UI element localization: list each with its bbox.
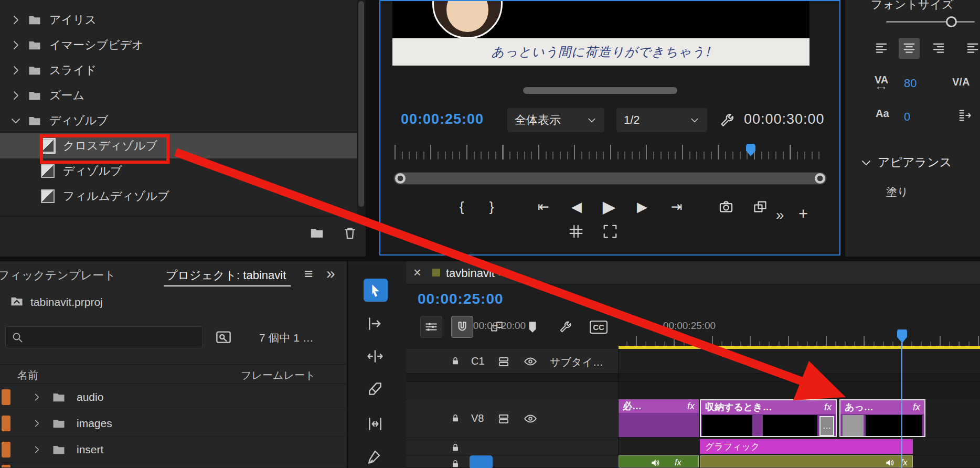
timeline-display-settings-button[interactable] bbox=[420, 316, 442, 338]
lock-icon[interactable] bbox=[450, 442, 461, 453]
lock-icon[interactable] bbox=[450, 459, 461, 468]
captions-button[interactable]: CC bbox=[588, 316, 610, 338]
selection-tool-active[interactable] bbox=[364, 279, 388, 302]
track-header-v8[interactable]: V8 bbox=[406, 399, 619, 438]
step-forward-button[interactable]: ▶ bbox=[631, 196, 654, 217]
panel-menu-icon[interactable]: ≡ bbox=[304, 265, 313, 282]
label-color-chip[interactable] bbox=[2, 416, 10, 431]
effects-folder-video-transitions[interactable]: ビデオトランジション bbox=[0, 0, 357, 7]
leading-value[interactable]: 0 bbox=[904, 110, 910, 124]
zoom-handle-right[interactable] bbox=[815, 173, 825, 184]
track-name[interactable]: サブタイ… bbox=[550, 355, 603, 369]
chevron-down-icon[interactable] bbox=[860, 156, 872, 169]
step-back-button[interactable]: ◀ bbox=[565, 196, 588, 217]
chevron-right-icon[interactable] bbox=[31, 392, 42, 402]
graphics-clip-3[interactable]: あっ… fx bbox=[839, 399, 925, 437]
razor-tool[interactable] bbox=[367, 380, 384, 397]
effects-folder-zoom[interactable]: ズーム bbox=[0, 83, 357, 108]
comparison-view-button[interactable] bbox=[749, 196, 772, 217]
add-button[interactable]: + bbox=[798, 205, 808, 224]
zoom-handle-left[interactable] bbox=[395, 173, 406, 184]
ripple-edit-tool[interactable] bbox=[367, 348, 384, 365]
navigate-up-folder-icon[interactable] bbox=[9, 294, 24, 309]
align-justify-button[interactable] bbox=[962, 38, 980, 59]
timeline-ruler[interactable] bbox=[619, 336, 980, 346]
effect-film-dissolve[interactable]: フィルムディゾルブ bbox=[0, 184, 357, 209]
monitor-scroll-pill[interactable] bbox=[523, 87, 677, 94]
track-header[interactable] bbox=[406, 374, 619, 382]
track-select-forward-tool[interactable] bbox=[367, 315, 384, 332]
close-icon[interactable]: × bbox=[413, 265, 421, 280]
panel-menu-icon[interactable]: ≡ bbox=[498, 265, 506, 280]
lock-icon[interactable] bbox=[450, 356, 461, 366]
track-lane-c1[interactable] bbox=[619, 349, 980, 374]
align-left-button[interactable] bbox=[871, 38, 892, 59]
track-header-c1[interactable]: C1 サブタイ… bbox=[406, 349, 619, 374]
chevron-right-icon[interactable] bbox=[31, 418, 42, 429]
breadcrumb[interactable]: tabinavit.prproj bbox=[30, 296, 103, 309]
track-header-v7[interactable] bbox=[406, 438, 619, 455]
bin-row-insert[interactable]: insert bbox=[0, 437, 347, 463]
search-input[interactable] bbox=[5, 326, 203, 348]
safe-margins-icon[interactable] bbox=[602, 224, 618, 239]
timeline-settings-wrench-button[interactable] bbox=[555, 316, 577, 338]
tab-project-active[interactable]: プロジェクト: tabinavit bbox=[166, 268, 286, 283]
font-size-slider[interactable] bbox=[886, 21, 975, 23]
label-color-chip[interactable] bbox=[2, 442, 10, 458]
eye-icon[interactable] bbox=[524, 355, 537, 368]
monitor-overflow-button[interactable]: » bbox=[776, 207, 784, 224]
track-label[interactable]: C1 bbox=[471, 355, 485, 367]
mark-in-button[interactable]: { bbox=[450, 196, 473, 217]
track-lane[interactable] bbox=[619, 382, 980, 399]
graphics-clip-2[interactable]: 収納するとき… fx … bbox=[700, 399, 837, 437]
track-label[interactable]: V8 bbox=[471, 412, 484, 424]
effect-dissolve[interactable]: ディゾルブ bbox=[0, 158, 357, 184]
bin-row-partial[interactable] bbox=[0, 463, 347, 468]
effect-cross-dissolve[interactable]: クロスディゾルブ bbox=[0, 133, 357, 158]
graphics-clip-1[interactable]: 必… fx bbox=[619, 399, 699, 437]
graphics-bar-clip[interactable]: グラフィック bbox=[700, 439, 913, 454]
tab-overflow-icon[interactable]: » bbox=[326, 264, 335, 282]
play-button[interactable]: ▶ bbox=[598, 196, 621, 217]
lock-icon[interactable] bbox=[450, 413, 461, 423]
current-timecode[interactable]: 00:00:25:00 bbox=[401, 111, 484, 127]
eye-icon[interactable] bbox=[524, 412, 537, 426]
effects-scrollbar[interactable] bbox=[357, 0, 366, 216]
transparency-grid-icon[interactable] bbox=[568, 224, 584, 239]
delete-icon[interactable] bbox=[342, 225, 358, 241]
track-target-icon[interactable] bbox=[497, 355, 510, 368]
source-patch-button[interactable] bbox=[470, 455, 493, 468]
monitor-settings-wrench-icon[interactable] bbox=[719, 112, 735, 128]
bin-row-audio[interactable]: audio bbox=[0, 384, 347, 410]
tracking-value[interactable]: 80 bbox=[904, 77, 917, 90]
new-bin-icon[interactable] bbox=[309, 225, 325, 241]
track-lane-v8[interactable]: 必… fx 収納するとき… fx … あっ… fx bbox=[619, 399, 980, 438]
find-in-bin-icon[interactable] bbox=[215, 328, 232, 345]
slip-tool[interactable] bbox=[367, 416, 384, 432]
pen-tool[interactable] bbox=[367, 449, 384, 466]
go-to-out-button[interactable]: ⇥ bbox=[665, 196, 688, 217]
track-header-audio[interactable] bbox=[406, 455, 619, 468]
align-right-button[interactable] bbox=[928, 38, 949, 59]
playback-resolution-dropdown[interactable]: 1/2 bbox=[616, 108, 707, 132]
chevron-right-icon[interactable] bbox=[31, 444, 42, 455]
scrollbar-thumb[interactable] bbox=[358, 1, 364, 207]
track-lane[interactable] bbox=[619, 374, 980, 382]
track-target-icon[interactable] bbox=[497, 412, 510, 425]
audio-clip-2[interactable]: fx bbox=[700, 455, 913, 467]
effects-folder-dissolve[interactable]: ディゾルブ bbox=[0, 108, 357, 133]
column-name[interactable]: 名前 bbox=[17, 368, 38, 382]
zoom-level-dropdown[interactable]: 全体表示 bbox=[507, 108, 604, 132]
effects-folder-immersive-video[interactable]: イマーシブビデオ bbox=[0, 33, 357, 58]
monitor-time-ruler[interactable] bbox=[395, 145, 826, 159]
effects-folder-slide[interactable]: スライド bbox=[0, 58, 357, 83]
transition-chip[interactable]: … bbox=[819, 416, 834, 436]
export-frame-button[interactable] bbox=[715, 196, 738, 217]
timeline-timecode[interactable]: 00:00:25:00 bbox=[418, 291, 504, 307]
mark-out-button[interactable]: } bbox=[480, 196, 503, 217]
bin-row-images[interactable]: images bbox=[0, 410, 347, 437]
column-framerate[interactable]: フレームレート bbox=[241, 368, 315, 382]
sequence-tab-title[interactable]: tavbinavit bbox=[446, 267, 495, 280]
font-size-slider-knob[interactable] bbox=[946, 16, 957, 27]
track-lane-audio[interactable]: fx fx bbox=[619, 455, 980, 468]
